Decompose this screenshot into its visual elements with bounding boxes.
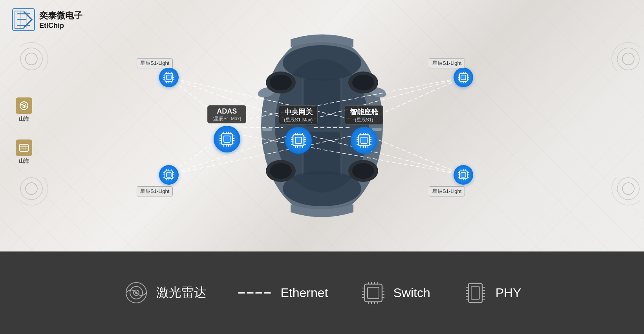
svg-rect-35 xyxy=(262,128,272,131)
svg-rect-64 xyxy=(166,173,171,177)
sensor1-label: 山海 xyxy=(19,116,29,123)
svg-rect-172 xyxy=(364,284,382,302)
adas-node: ADAS (星辰S1-Max) xyxy=(207,105,246,152)
sensor-bottom: 山海 xyxy=(16,139,32,165)
legend-lidar: 激光雷达 xyxy=(123,279,207,306)
top-section: 奕泰微电子 EtlChip xyxy=(0,0,644,251)
svg-rect-132 xyxy=(293,135,304,146)
label-tr: 星辰S1-Light xyxy=(429,58,465,68)
main-container: 奕泰微电子 EtlChip xyxy=(0,0,644,334)
chip-node-bl xyxy=(159,165,179,185)
sensor2-label: 山海 xyxy=(19,158,29,165)
svg-rect-78 xyxy=(461,75,466,80)
chip-node-tl xyxy=(159,68,179,87)
lidar-legend-text: 激光雷达 xyxy=(156,284,207,301)
svg-point-6 xyxy=(622,53,634,65)
label-br: 星辰S1-Light xyxy=(429,186,465,196)
svg-rect-77 xyxy=(459,73,467,81)
svg-point-42 xyxy=(352,75,374,90)
chip-node-tr xyxy=(454,68,473,87)
switch-legend-text: Switch xyxy=(393,286,430,300)
sensor-top: 山海 xyxy=(16,97,32,123)
lidar-legend-icon xyxy=(123,279,150,306)
phy-legend-text: PHY xyxy=(496,286,521,300)
adas-box: ADAS (星辰S1-Max) xyxy=(207,105,246,123)
svg-point-14 xyxy=(612,177,640,205)
lidar-icon-1 xyxy=(16,97,32,114)
adas-chip xyxy=(214,126,240,152)
cabin-title: 智能座舱 xyxy=(350,107,378,117)
radar-ripple-br xyxy=(601,177,632,208)
svg-point-44 xyxy=(352,163,374,179)
svg-point-43 xyxy=(270,163,292,179)
lidar-icon-2 xyxy=(16,139,32,156)
legend-switch: Switch xyxy=(359,279,430,306)
gateway-node: 中央网关 (星辰S1-Max) xyxy=(279,105,318,154)
svg-rect-91 xyxy=(459,171,467,179)
switch-legend-icon xyxy=(359,279,387,306)
radar-ripple-bl xyxy=(20,177,51,208)
legend-ethernet: Ethernet xyxy=(238,286,328,300)
svg-rect-50 xyxy=(166,75,171,80)
svg-rect-63 xyxy=(165,171,173,179)
svg-rect-115 xyxy=(224,136,230,142)
label-bl: 星辰S1-Light xyxy=(137,186,173,196)
svg-rect-151 xyxy=(361,137,367,143)
logo-icon xyxy=(12,8,35,31)
ethernet-legend-text: Ethernet xyxy=(280,286,328,300)
svg-point-4 xyxy=(20,48,42,70)
radar-ripple-tr xyxy=(601,31,632,63)
cabin-chip xyxy=(351,127,377,154)
logo-en: EtlChip xyxy=(39,22,82,30)
svg-point-9 xyxy=(26,183,37,195)
gateway-chip xyxy=(285,127,312,154)
label-tl: 星辰S1-Light xyxy=(137,58,173,68)
eth-dash-1 xyxy=(238,292,245,294)
svg-point-31 xyxy=(283,45,361,81)
gateway-subtitle: (星辰S1-Max) xyxy=(284,117,313,123)
gateway-box: 中央网关 (星辰S1-Max) xyxy=(279,105,318,125)
svg-point-3 xyxy=(26,53,37,65)
logo-text: 奕泰微电子 EtlChip xyxy=(39,10,82,30)
phy-legend-icon xyxy=(462,279,489,306)
svg-point-11 xyxy=(20,177,48,205)
ethernet-line-icon xyxy=(238,292,271,294)
adas-subtitle: (星辰S1-Max) xyxy=(212,116,241,122)
svg-point-7 xyxy=(617,48,639,70)
gateway-title: 中央网关 xyxy=(284,107,313,117)
svg-rect-92 xyxy=(461,173,466,177)
svg-rect-133 xyxy=(295,137,302,143)
logo-cn: 奕泰微电子 xyxy=(39,10,82,22)
eth-dash-3 xyxy=(255,292,262,294)
svg-point-12 xyxy=(622,183,634,195)
svg-rect-173 xyxy=(368,287,379,299)
radar-ripple-tl xyxy=(20,31,51,63)
legend-section: 激光雷达 Ethernet xyxy=(0,251,644,334)
adas-title: ADAS xyxy=(212,107,241,116)
cabin-subtitle: (星辰S1) xyxy=(350,117,378,123)
svg-point-171 xyxy=(135,292,137,294)
logo: 奕泰微电子 EtlChip xyxy=(12,8,82,31)
svg-rect-49 xyxy=(165,73,173,81)
eth-dash-2 xyxy=(247,292,254,294)
svg-point-13 xyxy=(617,178,639,200)
eth-dash-4 xyxy=(264,292,271,294)
svg-rect-191 xyxy=(471,286,479,299)
svg-rect-114 xyxy=(221,134,232,145)
svg-point-5 xyxy=(20,42,48,71)
cabin-box: 智能座舱 (星辰S1) xyxy=(345,105,383,125)
svg-point-107 xyxy=(23,105,25,106)
svg-rect-150 xyxy=(359,135,370,146)
legend-phy: PHY xyxy=(462,279,521,306)
cabin-node: 智能座舱 (星辰S1) xyxy=(345,105,383,154)
svg-point-10 xyxy=(20,178,42,200)
svg-point-8 xyxy=(612,42,640,71)
svg-point-32 xyxy=(283,171,361,206)
chip-node-br xyxy=(454,165,473,185)
svg-point-41 xyxy=(270,75,292,90)
